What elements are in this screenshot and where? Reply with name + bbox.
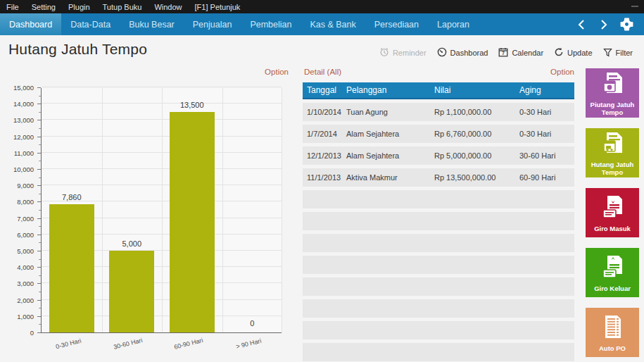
giro-keluar-icon <box>598 253 626 284</box>
y-axis-tick-label: 15,000 <box>13 84 34 92</box>
tab-data-data[interactable]: Data-Data <box>61 13 120 35</box>
y-axis-tick-label: 8,000 <box>17 198 34 206</box>
chevron-left-icon[interactable] <box>574 17 589 32</box>
dashborad-button[interactable]: Dashborad <box>437 47 488 58</box>
piutang-jatuh-tempo-button[interactable]: Piutang Jatuh Tempo <box>586 68 639 118</box>
chart-option-link[interactable]: Option <box>265 68 289 76</box>
menu-item-tutup-buku[interactable]: Tutup Buku <box>96 0 149 13</box>
table-cell: Rp 5,000,000.00 <box>430 146 515 165</box>
y-axis-tick-label: 13,000 <box>13 116 34 124</box>
app-window: FileSettingPluginTutup BukuWindow[F1] Pe… <box>0 0 644 362</box>
giro-masuk-button[interactable]: Giro Masuk <box>586 188 639 237</box>
hutang-jatuh-tempo-button[interactable]: Hutang Jatuh Tempo <box>586 128 639 177</box>
column-header-aging: Aging <box>515 82 574 98</box>
toolbar-button-label: Update <box>567 49 592 57</box>
table-cell: Rp 1,100,000.00 <box>430 103 515 121</box>
table-cell: Rp 6,760,000.00 <box>430 125 515 143</box>
table-cell: 12/1/2013 <box>303 146 342 165</box>
table-cell: 1/7/2014 <box>303 125 342 143</box>
column-header-nilai: Nilai <box>430 82 515 98</box>
giro-keluar-button[interactable]: Giro Keluar <box>586 248 639 297</box>
reminder-button[interactable]: Reminder <box>379 47 427 58</box>
y-axis-tick-label: 11,000 <box>14 149 34 157</box>
bar-value-label: 0 <box>250 319 254 327</box>
y-axis-tick-label: 4,000 <box>17 263 34 271</box>
table-row-empty <box>303 321 574 339</box>
shortcut-button-label: Giro Masuk <box>593 225 632 233</box>
bar-value-label: 7,860 <box>62 193 82 201</box>
toolbar-button-label: Reminder <box>393 49 427 57</box>
bar-30-60-hari <box>109 251 154 332</box>
bar-60-90-hari <box>170 112 215 332</box>
tab-kas-bank[interactable]: Kas & Bank <box>301 13 365 35</box>
menu-item-setting[interactable]: Setting <box>25 0 62 13</box>
menu-item-file[interactable]: File <box>0 0 25 13</box>
table-row-empty <box>303 256 574 274</box>
y-axis-tick-label: 1,000 <box>17 313 34 320</box>
menubar: FileSettingPluginTutup BukuWindow[F1] Pe… <box>0 0 644 13</box>
aging-chart-panel: Option 01,0002,0003,0004,0005,0006,0007,… <box>0 63 301 362</box>
chart-gridline <box>222 88 223 332</box>
piutang-jatuh-tempo-icon <box>598 69 626 100</box>
chart-gridline <box>102 88 103 332</box>
tab-buku-besar[interactable]: Buku Besar <box>120 13 184 35</box>
table-option-link[interactable]: Option <box>550 68 574 76</box>
table-row[interactable]: 1/7/2014Alam SejahteraRp 6,760,000.000-3… <box>303 125 574 143</box>
tab-penjualan[interactable]: Penjualan <box>184 13 241 35</box>
calendar-button[interactable]: 7Calendar <box>498 47 543 58</box>
y-axis-tick-label: 9,000 <box>17 182 34 189</box>
chevron-right-icon[interactable] <box>596 17 612 32</box>
y-axis-tick-label: 3,000 <box>17 280 34 287</box>
filter-button[interactable]: Filter <box>603 47 633 58</box>
chart-gridline <box>42 87 282 87</box>
page-header: Hutang Jatuh Tempo ReminderDashborad7Cal… <box>0 35 644 63</box>
shortcut-button-label: Giro Keluar <box>593 285 632 293</box>
table-row-empty <box>303 299 574 318</box>
toolbar-button-label: Filter <box>616 49 633 57</box>
giro-masuk-icon <box>598 193 626 224</box>
y-axis-tick-label: 12,000 <box>13 133 34 141</box>
bar-value-label: 5,000 <box>122 239 141 248</box>
table-row[interactable]: 11/1/2013Aktiva MakmurRp 13,500,000.0060… <box>303 168 574 187</box>
update-icon <box>554 47 564 58</box>
table-body: 1/10/2014Tuan AgungRp 1,100,000.000-30 H… <box>303 103 574 361</box>
y-axis-tick-label: 2,000 <box>17 297 34 304</box>
minimize-button[interactable] <box>631 6 638 7</box>
table-row-empty <box>303 277 574 296</box>
auto-po-button[interactable]: Auto PO <box>586 308 639 357</box>
table-row-empty <box>303 190 574 208</box>
table-cell: 30-60 Hari <box>515 146 574 165</box>
tab-persediaan[interactable]: Persediaan <box>365 13 428 35</box>
shortcut-button-label: Piutang Jatuh Tempo <box>586 101 639 117</box>
tab-dashboard[interactable]: Dashboard <box>0 13 61 35</box>
shortcut-button-label: Hutang Jatuh Tempo <box>586 161 639 177</box>
shortcut-sidebar: Piutang Jatuh TempoHutang Jatuh TempoGir… <box>579 63 644 362</box>
calendar-icon: 7 <box>498 47 508 58</box>
gear-icon[interactable] <box>619 17 634 32</box>
y-axis-tick-label: 7,000 <box>17 215 34 223</box>
svg-text:7: 7 <box>503 51 505 56</box>
table-cell: 60-90 Hari <box>515 168 574 187</box>
menu-item--f1-petunjuk[interactable]: [F1] Petunjuk <box>189 0 247 13</box>
column-header-pelanggan: Pelanggan <box>342 82 430 98</box>
table-cell: Tuan Agung <box>342 103 430 121</box>
table-cell: Alam Sejahtera <box>342 146 430 165</box>
tab-laporan[interactable]: Laporan <box>428 13 479 35</box>
table-row[interactable]: 1/10/2014Tuan AgungRp 1,100,000.000-30 H… <box>303 103 574 121</box>
nav-right-controls <box>574 13 644 35</box>
table-cell: 1/10/2014 <box>303 103 342 121</box>
table-cell: 11/1/2013 <box>303 168 342 187</box>
toolbar: ReminderDashborad7CalendarUpdateFilter <box>379 47 633 58</box>
hutang-jatuh-tempo-icon <box>598 129 626 160</box>
menu-item-plugin[interactable]: Plugin <box>62 0 96 13</box>
auto-po-icon <box>598 313 626 344</box>
table-panel-links: Detail (All) Option <box>304 68 574 76</box>
menu-item-window[interactable]: Window <box>148 0 188 13</box>
dashboard-icon <box>437 47 447 58</box>
detail-all-link[interactable]: Detail (All) <box>304 68 341 76</box>
y-axis-tick-label: 10,000 <box>13 166 34 173</box>
tab-pembelian[interactable]: Pembelian <box>241 13 301 35</box>
y-axis-tick-label: 5,000 <box>17 247 34 255</box>
table-row[interactable]: 12/1/2013Alam SejahteraRp 5,000,000.0030… <box>303 146 574 165</box>
update-button[interactable]: Update <box>554 47 592 58</box>
